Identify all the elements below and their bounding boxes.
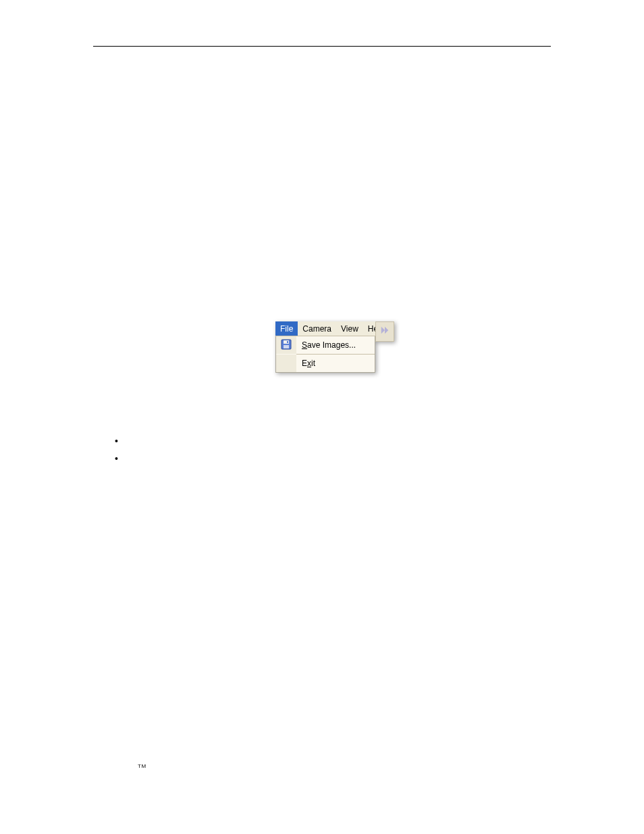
top-horizontal-rule [93, 46, 551, 47]
icon-column [276, 355, 296, 372]
bullet-item: • [115, 432, 118, 450]
menu-camera[interactable]: Camera [298, 321, 336, 336]
menu-view[interactable]: View [336, 321, 363, 336]
bullet-list: • • [115, 432, 118, 467]
menuitem-exit[interactable]: Exit [276, 355, 375, 372]
svg-rect-2 [284, 345, 289, 348]
file-dropdown: Save Images... Exit [275, 336, 375, 373]
menu-widget: File Camera View Help [275, 321, 386, 379]
menu-file[interactable]: File [275, 321, 298, 336]
bullet-item: • [115, 450, 118, 467]
save-icon [281, 339, 292, 352]
menuitem-save-images-label: Save Images... [296, 340, 375, 350]
next-icon [380, 325, 390, 338]
menubar: File Camera View Help [275, 321, 386, 336]
toolbar-remnant [375, 321, 394, 342]
menuitem-exit-label: Exit [296, 359, 375, 368]
icon-column [276, 336, 296, 354]
menuitem-save-images[interactable]: Save Images... [276, 336, 375, 354]
trademark-symbol: TM [138, 763, 146, 769]
page: File Camera View Help [0, 0, 644, 834]
svg-rect-3 [287, 341, 288, 343]
